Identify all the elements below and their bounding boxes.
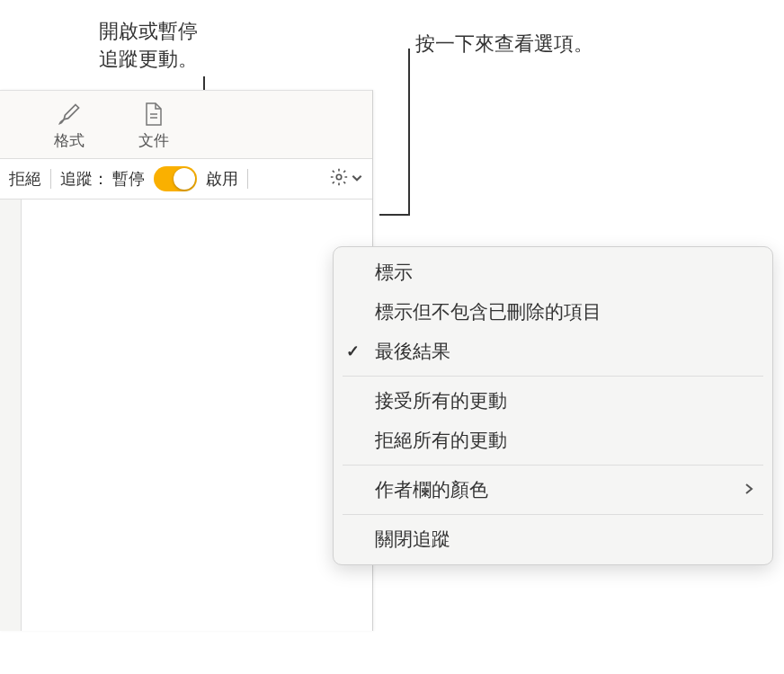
- chevron-right-icon: [744, 479, 754, 501]
- document-button[interactable]: 文件: [138, 102, 169, 151]
- chevron-down-icon: [351, 170, 363, 189]
- divider: [50, 169, 51, 189]
- document-area: [0, 200, 372, 631]
- menu-item-markup-no-deletions[interactable]: 標示但不包含已刪除的項目: [334, 292, 772, 332]
- menu-item-reject-all[interactable]: 拒絕所有的更動: [334, 421, 772, 460]
- menu-item-markup[interactable]: 標示: [334, 253, 772, 292]
- tracking-prefix: 追蹤：: [60, 168, 109, 190]
- svg-point-2: [336, 174, 342, 180]
- toolbar: 格式 文件: [0, 91, 372, 159]
- callout-line-options-h: [379, 214, 408, 216]
- tracking-enabled-label: 啟用: [206, 168, 238, 190]
- options-menu-button[interactable]: [329, 167, 363, 191]
- format-label: 格式: [54, 130, 85, 151]
- menu-separator: [343, 514, 763, 515]
- tracking-paused-label: 暫停: [112, 168, 145, 190]
- reject-button[interactable]: 拒絕: [9, 168, 41, 190]
- options-menu: 標示 標示但不包含已刪除的項目 ✓ 最後結果 接受所有的更動 拒絕所有的更動 作…: [333, 246, 773, 565]
- paintbrush-icon: [57, 102, 82, 127]
- ruler: [0, 200, 22, 631]
- menu-item-turn-off[interactable]: 關閉追蹤: [334, 519, 772, 559]
- callout-line-options-v: [408, 49, 410, 216]
- format-button[interactable]: 格式: [54, 102, 85, 151]
- tracking-toggle[interactable]: [154, 166, 197, 191]
- menu-separator: [343, 376, 763, 377]
- menu-separator: [343, 465, 763, 466]
- callout-toggle: 開啟或暫停 追蹤更動。: [99, 18, 198, 74]
- menu-item-accept-all[interactable]: 接受所有的更動: [334, 381, 772, 421]
- menu-item-author-color[interactable]: 作者欄的顏色: [334, 470, 772, 510]
- document-icon: [141, 102, 166, 127]
- document-label: 文件: [138, 130, 169, 151]
- checkmark-icon: ✓: [346, 341, 360, 361]
- gear-icon: [329, 167, 349, 191]
- divider: [247, 169, 248, 189]
- callout-options: 按一下來查看選項。: [415, 31, 593, 58]
- tracking-bar: 拒絕 追蹤： 暫停 啟用: [0, 159, 372, 200]
- menu-item-final[interactable]: ✓ 最後結果: [334, 332, 772, 371]
- toggle-knob: [174, 168, 195, 190]
- app-window: 格式 文件 拒絕 追蹤： 暫停 啟用: [0, 90, 373, 631]
